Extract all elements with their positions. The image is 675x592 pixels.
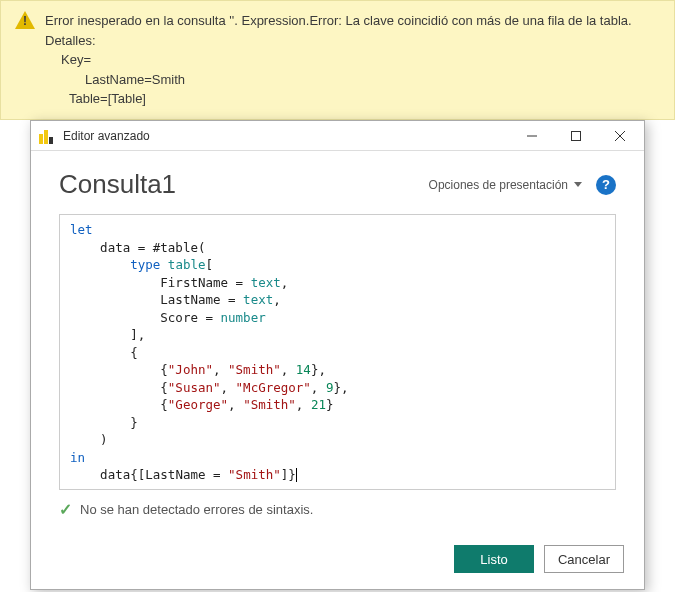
error-table-label: Table=[Table] xyxy=(45,89,660,109)
app-icon xyxy=(39,128,55,144)
chevron-down-icon xyxy=(574,182,582,187)
status-row: ✓ No se han detectado errores de sintaxi… xyxy=(59,500,616,519)
code-editor[interactable]: let data = #table( type table[ FirstName… xyxy=(59,214,616,490)
titlebar: Editor avanzado xyxy=(31,121,644,151)
dialog-footer: Listo Cancelar xyxy=(31,533,644,589)
check-icon: ✓ xyxy=(59,500,72,519)
display-options-dropdown[interactable]: Opciones de presentación xyxy=(429,178,582,192)
advanced-editor-dialog: Editor avanzado Consulta1 Opciones de pr… xyxy=(30,120,645,590)
minimize-button[interactable] xyxy=(510,122,554,150)
svg-rect-1 xyxy=(572,131,581,140)
error-message: Error inesperado en la consulta ''. Expr… xyxy=(45,11,660,31)
warning-icon xyxy=(15,11,35,29)
error-banner: Error inesperado en la consulta ''. Expr… xyxy=(0,0,675,120)
error-details-label: Detalles: xyxy=(45,31,660,51)
close-button[interactable] xyxy=(598,122,642,150)
dialog-content: Consulta1 Opciones de presentación ? let… xyxy=(31,151,644,533)
ok-button[interactable]: Listo xyxy=(454,545,534,573)
cancel-button[interactable]: Cancelar xyxy=(544,545,624,573)
error-key-value: LastName=Smith xyxy=(45,70,660,90)
maximize-button[interactable] xyxy=(554,122,598,150)
window-title: Editor avanzado xyxy=(63,129,510,143)
display-options-label: Opciones de presentación xyxy=(429,178,568,192)
help-icon[interactable]: ? xyxy=(596,175,616,195)
error-key-label: Key= xyxy=(45,50,660,70)
header-row: Consulta1 Opciones de presentación ? xyxy=(59,169,616,200)
query-name: Consulta1 xyxy=(59,169,429,200)
status-text: No se han detectado errores de sintaxis. xyxy=(80,502,313,517)
